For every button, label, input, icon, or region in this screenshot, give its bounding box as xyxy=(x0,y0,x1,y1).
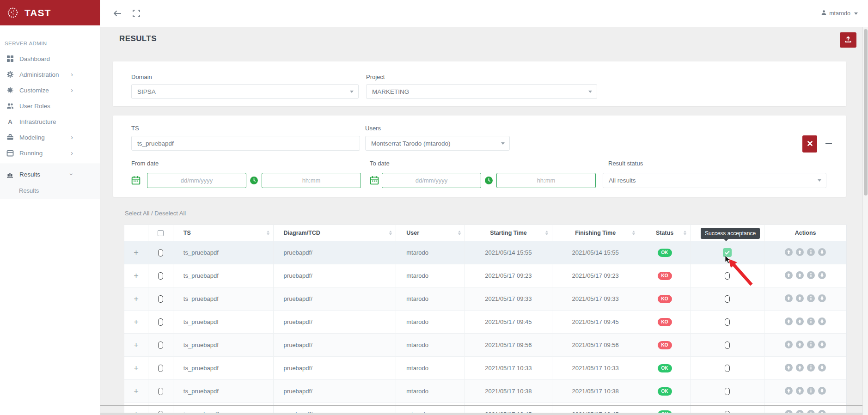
expand-row-button[interactable]: + xyxy=(134,272,139,280)
action-upload-icon[interactable] xyxy=(796,317,804,327)
action-export-icon[interactable] xyxy=(785,317,793,327)
scrollbar-thumb[interactable] xyxy=(864,29,868,195)
column-header-finishing-time[interactable]: Finishing Time xyxy=(552,225,639,241)
acceptance-checkbox[interactable] xyxy=(725,342,730,349)
action-upload-icon[interactable] xyxy=(796,341,804,350)
from-date-input[interactable] xyxy=(147,173,246,188)
action-download-icon[interactable] xyxy=(818,294,826,304)
diagram-cell: pruebapdf/ xyxy=(273,311,396,333)
action-upload-icon[interactable] xyxy=(796,387,804,396)
calendar-icon[interactable] xyxy=(370,176,379,185)
expand-row-button[interactable]: + xyxy=(134,318,139,326)
sidebar-item-modeling[interactable]: Modeling › xyxy=(0,129,100,145)
row-select-checkbox[interactable] xyxy=(158,249,163,256)
action-export-icon[interactable] xyxy=(785,294,793,304)
column-header-ts[interactable]: TS xyxy=(173,225,273,241)
sidebar-item-results[interactable]: Results › xyxy=(0,166,100,182)
sidebar-subitem-results[interactable]: Results xyxy=(0,182,100,199)
domain-select[interactable]: SIPSA xyxy=(131,84,359,99)
project-label: Project xyxy=(366,73,385,80)
tooltip-success-acceptance: Success acceptance xyxy=(701,228,760,239)
logo-dotted-circle-icon xyxy=(6,6,19,19)
user-cell: mtarodo xyxy=(396,287,465,310)
user-menu[interactable]: mtarodo xyxy=(821,10,858,17)
action-download-icon[interactable] xyxy=(818,341,826,350)
horizontal-scrollbar[interactable] xyxy=(100,413,868,415)
action-export-icon[interactable] xyxy=(785,341,793,350)
sidebar-item-user-roles[interactable]: User Roles xyxy=(0,98,100,114)
sidebar-item-infrastructure[interactable]: A Infrastructure xyxy=(0,114,100,129)
action-upload-icon[interactable] xyxy=(796,248,804,257)
sidebar-item-customize[interactable]: Customize › xyxy=(0,82,100,98)
acceptance-checkbox[interactable] xyxy=(725,318,730,326)
row-select-checkbox[interactable] xyxy=(158,342,163,349)
column-header-user[interactable]: User xyxy=(396,225,465,241)
row-select-checkbox[interactable] xyxy=(158,272,163,280)
to-time-input[interactable] xyxy=(496,173,596,188)
action-info-icon[interactable] xyxy=(807,271,815,281)
action-info-icon[interactable] xyxy=(807,294,815,304)
action-info-icon[interactable] xyxy=(807,341,815,350)
acceptance-checkbox[interactable] xyxy=(725,388,730,395)
row-select-checkbox[interactable] xyxy=(158,295,163,303)
fullscreen-button[interactable] xyxy=(133,10,140,17)
action-export-icon[interactable] xyxy=(785,248,793,257)
sidebar-item-administration[interactable]: Administration › xyxy=(0,67,100,82)
action-download-icon[interactable] xyxy=(818,364,826,373)
calendar-icon[interactable] xyxy=(131,176,141,185)
expand-row-button[interactable]: + xyxy=(134,341,139,349)
column-header-status[interactable]: Status xyxy=(639,225,691,241)
sidebar-item-running[interactable]: Running › xyxy=(0,145,100,161)
back-button[interactable] xyxy=(113,10,122,17)
select-all-checkbox[interactable] xyxy=(158,230,164,236)
action-upload-icon[interactable] xyxy=(796,271,804,281)
to-date-input[interactable] xyxy=(382,173,481,188)
action-download-icon[interactable] xyxy=(818,317,826,327)
expand-row-button[interactable]: + xyxy=(134,364,139,372)
action-download-icon[interactable] xyxy=(818,248,826,257)
action-download-icon[interactable] xyxy=(818,387,826,396)
ts-input[interactable] xyxy=(131,136,360,151)
users-select[interactable]: Montserrat Tarodo (mtarodo) xyxy=(365,136,510,151)
expand-row-button[interactable]: + xyxy=(134,387,139,396)
acceptance-checkbox[interactable] xyxy=(725,365,730,372)
starting-time-cell: 2021/05/17 09:23 xyxy=(465,264,552,287)
row-select-checkbox[interactable] xyxy=(158,365,163,372)
row-select-checkbox[interactable] xyxy=(158,318,163,326)
project-select[interactable]: MARKETING xyxy=(366,84,597,99)
action-info-icon[interactable] xyxy=(807,387,815,396)
action-upload-icon[interactable] xyxy=(796,364,804,373)
vertical-scrollbar[interactable] xyxy=(862,27,868,415)
expand-row-button[interactable]: + xyxy=(134,249,139,257)
acceptance-checkbox[interactable] xyxy=(725,295,730,303)
clear-filter-button[interactable] xyxy=(802,135,817,153)
sun-gear-icon xyxy=(6,86,14,94)
action-download-icon[interactable] xyxy=(818,271,826,281)
action-info-icon[interactable] xyxy=(807,317,815,327)
from-time-input[interactable] xyxy=(262,173,361,188)
starting-time-cell: 2021/05/14 15:55 xyxy=(465,241,552,264)
chevron-down-icon xyxy=(501,142,505,145)
search-filters-card: TS Users Montserrat Tarodo (mtarodo) Fro… xyxy=(113,116,846,197)
diagram-cell: pruebapdf/ xyxy=(273,380,396,403)
clock-icon[interactable] xyxy=(250,176,258,185)
chevron-down-icon xyxy=(350,91,354,93)
action-export-icon[interactable] xyxy=(785,364,793,373)
sidebar-item-dashboard[interactable]: Dashboard xyxy=(0,51,100,67)
action-info-icon[interactable] xyxy=(807,248,815,257)
action-export-icon[interactable] xyxy=(785,387,793,396)
starting-time-cell: 2021/05/17 09:56 xyxy=(465,334,552,356)
action-upload-icon[interactable] xyxy=(796,294,804,304)
action-info-icon[interactable] xyxy=(807,364,815,373)
column-header-diagram[interactable]: Diagram/TCD xyxy=(273,225,396,241)
app-logo[interactable]: TAST xyxy=(0,0,100,25)
upload-results-button[interactable] xyxy=(840,32,856,48)
row-select-checkbox[interactable] xyxy=(158,388,163,395)
select-all-toggle[interactable]: Select All / Deselect All xyxy=(125,210,186,217)
clock-icon[interactable] xyxy=(484,176,493,185)
action-export-icon[interactable] xyxy=(785,271,793,281)
column-header-starting-time[interactable]: Starting Time xyxy=(465,225,552,241)
result-status-select[interactable]: All results xyxy=(603,173,826,188)
collapse-filters-button[interactable] xyxy=(825,143,832,144)
expand-row-button[interactable]: + xyxy=(134,295,139,303)
